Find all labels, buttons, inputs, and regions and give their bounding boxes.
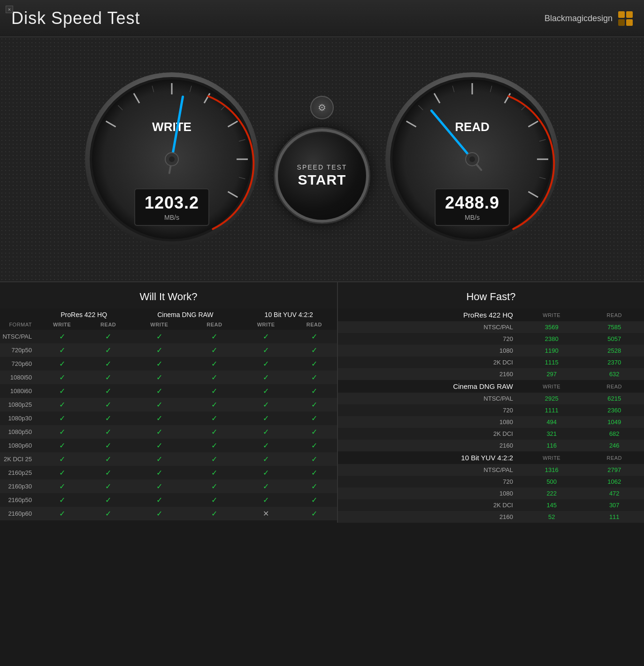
row-label: 2160	[338, 440, 519, 451]
checkmark-icon: ✓	[59, 414, 65, 422]
check-cell: ✓	[86, 480, 130, 493]
checkmark-icon: ✓	[263, 373, 269, 381]
read-value: 1062	[585, 476, 644, 488]
write-value: 3569	[519, 321, 585, 333]
check-cell: ✓	[240, 493, 291, 507]
checkmark-icon: ✓	[211, 469, 217, 477]
row-label: 2K DCI	[338, 428, 519, 440]
write-value: 1115	[519, 356, 585, 368]
write-value: 500	[519, 476, 585, 488]
format-name: 2K DCI 25	[0, 452, 38, 466]
check-cell: ✓	[291, 507, 337, 520]
read-value: 2370	[585, 356, 644, 368]
table-row: 2160p30✓✓✓✓✓✓	[0, 480, 337, 493]
close-button[interactable]: ×	[6, 6, 13, 13]
row-label: 2K DCI	[338, 499, 519, 511]
group-header-row: Cinema DNG RAWWRITEREAD	[338, 380, 644, 393]
checkmark-icon: ✓	[211, 387, 217, 395]
data-section: Will It Work? ProRes 422 HQ Cinema DNG R…	[0, 281, 644, 523]
read-value: 2528	[585, 345, 644, 356]
write-value: 2380	[519, 333, 585, 345]
how-fast-table: ProRes 422 HQWRITEREADNTSC/PAL3569758572…	[338, 309, 644, 523]
check-cell: ✓	[240, 480, 291, 493]
start-button[interactable]: SPEED TEST START	[275, 129, 369, 223]
how-fast-title: How Fast?	[338, 282, 644, 309]
read-value: 1049	[585, 416, 644, 428]
checkmark-icon: ✓	[105, 428, 111, 436]
format-subheader: FORMAT	[0, 319, 38, 330]
svg-text:WRITE: WRITE	[152, 120, 192, 134]
check-cell: ✓	[188, 452, 240, 466]
read-value: 5057	[585, 333, 644, 345]
check-cell: ✓	[130, 411, 188, 425]
read-gauge: READ 2488.9 MB/s	[383, 70, 561, 248]
check-cell: ✓	[38, 452, 86, 466]
cross-icon: ✕	[263, 510, 269, 518]
checkmark-icon: ✓	[211, 360, 217, 368]
check-cell: ✓	[291, 493, 337, 507]
check-cell: ✓	[240, 371, 291, 384]
check-cell: ✓	[130, 466, 188, 480]
write-unit: MB/s	[145, 214, 199, 221]
checkmark-icon: ✓	[59, 346, 65, 354]
read-value: 7585	[585, 321, 644, 333]
check-cell: ✓	[188, 439, 240, 452]
checkmark-icon: ✓	[105, 360, 111, 368]
check-cell: ✓	[240, 425, 291, 439]
checkmark-icon: ✓	[59, 401, 65, 409]
row-label: NTSC/PAL	[338, 464, 519, 476]
check-cell: ✓	[130, 425, 188, 439]
row-label: 720	[338, 404, 519, 416]
write-value: 494	[519, 416, 585, 428]
data-row: 2160116246	[338, 440, 644, 451]
check-cell: ✓	[86, 330, 130, 343]
checkmark-icon: ✓	[311, 387, 317, 395]
check-cell: ✓	[240, 384, 291, 398]
read-value: 682	[585, 428, 644, 440]
data-row: 2160297632	[338, 368, 644, 380]
format-name: 2160p30	[0, 480, 38, 493]
data-row: 108011902528	[338, 345, 644, 356]
checkmark-icon: ✓	[105, 387, 111, 395]
app-title: Disk Speed Test	[11, 8, 140, 28]
prores-write-header: WRITE	[38, 319, 86, 330]
check-cell: ✓	[188, 425, 240, 439]
write-value: 116	[519, 440, 585, 451]
table-row: 1080p60✓✓✓✓✓✓	[0, 439, 337, 452]
check-cell: ✓	[86, 425, 130, 439]
check-cell: ✓	[291, 398, 337, 411]
write-col-header: WRITE	[519, 309, 585, 321]
table-row: 2160p60✓✓✓✓✕✓	[0, 507, 337, 520]
checkmark-icon: ✓	[156, 482, 162, 490]
prores-read-header: READ	[86, 319, 130, 330]
data-row: NTSC/PAL29256215	[338, 393, 644, 404]
checkmark-icon: ✓	[211, 333, 217, 341]
check-cell: ✓	[130, 480, 188, 493]
checkmark-icon: ✓	[263, 482, 269, 490]
check-cell: ✓	[291, 357, 337, 371]
read-value: 111	[585, 511, 644, 523]
checkmark-icon: ✓	[156, 428, 162, 436]
svg-text:READ: READ	[455, 120, 490, 134]
row-label: 720	[338, 333, 519, 345]
check-cell: ✓	[130, 452, 188, 466]
brand-square-2	[626, 11, 633, 18]
checkmark-icon: ✓	[311, 441, 317, 449]
brand-square-3	[618, 19, 625, 26]
write-value: 1203.2	[145, 193, 199, 213]
check-cell: ✓	[240, 343, 291, 357]
read-value: 2360	[585, 404, 644, 416]
check-cell: ✓	[291, 439, 337, 452]
table-row: 2K DCI 25✓✓✓✓✓✓	[0, 452, 337, 466]
checkmark-icon: ✓	[59, 428, 65, 436]
checkmark-icon: ✓	[263, 346, 269, 354]
check-cell: ✓	[38, 330, 86, 343]
checkmark-icon: ✓	[211, 428, 217, 436]
write-gauge: WRITE 1203.2 MB/s	[83, 70, 261, 248]
table-row: 1080i60✓✓✓✓✓✓	[0, 384, 337, 398]
svg-point-41	[469, 156, 475, 162]
settings-button[interactable]: ⚙	[310, 96, 334, 119]
checkmark-icon: ✓	[156, 510, 162, 518]
data-row: 10804941049	[338, 416, 644, 428]
checkmark-icon: ✓	[156, 455, 162, 463]
